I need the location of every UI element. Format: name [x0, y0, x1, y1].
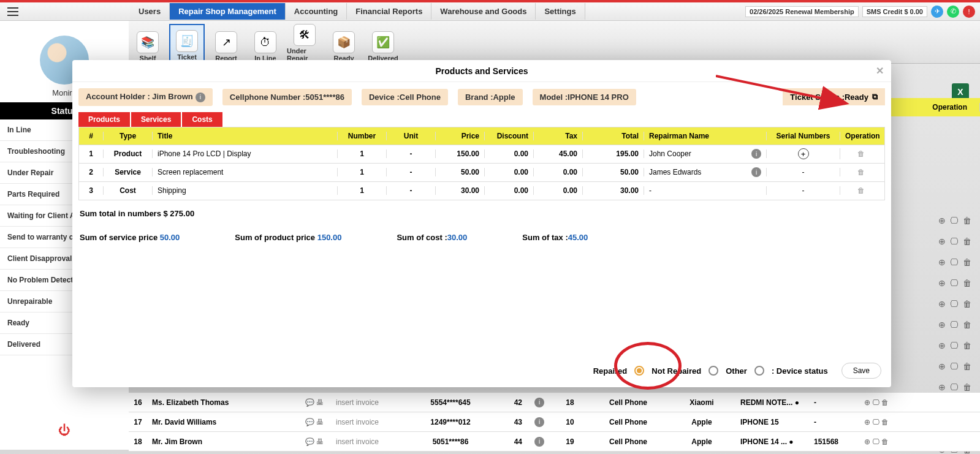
monitor-icon[interactable]: 🖵 — [950, 278, 959, 288]
add-icon[interactable]: ⊕ — [938, 257, 946, 267]
ribbon-under-repair[interactable]: 🛠Under Repair — [287, 24, 322, 63]
add-icon[interactable]: ⊕ — [864, 398, 870, 407]
delete-icon[interactable]: 🗑 — [857, 149, 865, 158]
monitor-icon[interactable]: 🖵 — [950, 382, 959, 392]
row-operations[interactable]: ⊕🖵🗑 — [938, 236, 971, 246]
tab-users[interactable]: Users — [130, 3, 170, 20]
delete-icon[interactable]: 🗑 — [963, 361, 971, 371]
monitor-icon[interactable]: 🖵 — [872, 437, 879, 446]
modal-tab-costs[interactable]: Costs — [182, 112, 222, 127]
ribbon-in-line[interactable]: ⏱In Line — [248, 24, 283, 63]
whatsapp-icon[interactable]: ✆ — [947, 6, 959, 18]
info-icon[interactable]: i — [534, 437, 544, 447]
delete-icon[interactable]: 🗑 — [881, 398, 889, 407]
row-operations[interactable]: ⊕🖵🗑 — [938, 382, 971, 392]
delete-icon[interactable]: 🗑 — [963, 278, 971, 288]
table-row[interactable]: 17Mr. David Williams💬 🖶insert invoice124… — [129, 412, 980, 432]
table-row[interactable]: 16Ms. Elizabeth Thomas💬 🖶insert invoice5… — [129, 393, 980, 412]
tab-repair-shop-management[interactable]: Repair Shop Management — [170, 3, 286, 20]
ribbon-report[interactable]: ↗Report — [208, 24, 244, 63]
operation-col-header: Operation — [920, 103, 980, 112]
modal-tab-services[interactable]: Services — [131, 112, 181, 127]
add-icon[interactable]: ⊕ — [938, 320, 946, 330]
sum-tax: Sum of tax :45.00 — [522, 233, 588, 242]
tab-financial-reports[interactable]: Financial Reports — [347, 3, 431, 20]
add-icon[interactable]: ⊕ — [938, 216, 946, 225]
print-icon[interactable]: 🖶 — [316, 437, 324, 446]
delete-icon[interactable]: 🗑 — [963, 257, 971, 267]
monitor-icon[interactable]: 🖵 — [950, 216, 959, 225]
delete-icon[interactable]: 🗑 — [963, 341, 971, 350]
delete-icon[interactable]: 🗑 — [963, 216, 971, 225]
delete-icon[interactable]: 🗑 — [857, 168, 865, 176]
chat-icon[interactable]: 💬 — [305, 437, 314, 446]
info-icon[interactable]: i — [196, 93, 205, 102]
add-icon[interactable]: ⊕ — [938, 361, 946, 371]
delete-icon[interactable]: 🗑 — [857, 186, 865, 195]
alert-icon[interactable]: ! — [963, 6, 975, 18]
ticket-status-chip[interactable]: Ticket Status :Ready⧉ — [783, 88, 885, 105]
ribbon-ticket[interactable]: 🧾Ticket — [169, 24, 205, 63]
ribbon-ready[interactable]: 📦Ready — [326, 24, 362, 63]
monitor-icon[interactable]: 🖵 — [872, 418, 879, 426]
other-label: Other — [726, 366, 747, 376]
delete-icon[interactable]: 🗑 — [963, 320, 971, 330]
info-icon[interactable]: i — [751, 167, 761, 177]
delete-icon[interactable]: 🗑 — [881, 418, 889, 426]
delete-icon[interactable]: 🗑 — [963, 236, 971, 246]
info-icon[interactable]: i — [534, 398, 544, 407]
ribbon-shelf[interactable]: 📚Shelf — [130, 24, 165, 63]
chat-icon[interactable]: 💬 — [305, 418, 314, 426]
add-icon[interactable]: ⊕ — [938, 341, 946, 350]
add-icon[interactable]: ⊕ — [938, 382, 946, 392]
monitor-icon[interactable]: 🖵 — [950, 236, 959, 246]
repaired-radio[interactable] — [634, 366, 644, 376]
info-icon[interactable]: i — [534, 417, 544, 427]
modal-tab-products[interactable]: Products — [78, 112, 130, 127]
row-operations[interactable]: ⊕🖵🗑 — [938, 299, 971, 309]
other-radio[interactable] — [754, 366, 764, 376]
table-row[interactable]: 18Mr. Jim Brown💬 🖶insert invoice5051****… — [129, 432, 980, 452]
row-operations[interactable]: ⊕🖵🗑 — [938, 361, 971, 371]
monitor-icon[interactable]: 🖵 — [950, 299, 959, 309]
device-chip: Device :Cell Phone — [362, 89, 448, 105]
not-repaired-label: Not Repaired — [651, 366, 701, 376]
add-icon[interactable]: ⊕ — [864, 418, 870, 426]
tab-settings[interactable]: Settings — [536, 3, 585, 20]
delete-icon[interactable]: 🗑 — [881, 437, 889, 446]
col-number: Number — [338, 132, 387, 140]
tab-warehouse-and-goods[interactable]: Warehouse and Goods — [431, 3, 536, 20]
menu-button[interactable] — [0, 2, 26, 21]
save-button[interactable]: Save — [841, 363, 881, 379]
sum-total: Sum total in numbers $ 275.00 — [80, 209, 884, 218]
monitor-icon[interactable]: 🖵 — [950, 320, 959, 330]
add-serial-icon[interactable]: + — [798, 148, 809, 159]
add-icon[interactable]: ⊕ — [938, 236, 946, 246]
account-holder-chip: Account Holder : Jim Browni — [78, 88, 213, 106]
add-icon[interactable]: ⊕ — [864, 437, 870, 446]
print-icon[interactable]: 🖶 — [316, 418, 324, 426]
not-repaired-radio[interactable] — [708, 366, 718, 376]
add-icon[interactable]: ⊕ — [938, 278, 946, 288]
delete-icon[interactable]: 🗑 — [963, 299, 971, 309]
close-icon[interactable]: ✕ — [876, 65, 884, 77]
print-icon[interactable]: 🖶 — [316, 398, 324, 407]
row-operations[interactable]: ⊕🖵🗑 — [938, 320, 971, 330]
delete-icon[interactable]: 🗑 — [963, 382, 971, 392]
ribbon-delivered[interactable]: ✅Delivered — [365, 24, 401, 63]
telegram-icon[interactable]: ✈ — [931, 6, 943, 18]
monitor-icon[interactable]: 🖵 — [950, 341, 959, 350]
row-operations[interactable]: ⊕🖵🗑 — [938, 278, 971, 288]
row-operations[interactable]: ⊕🖵🗑 — [938, 341, 971, 350]
monitor-icon[interactable]: 🖵 — [950, 257, 959, 267]
monitor-icon[interactable]: 🖵 — [950, 361, 959, 371]
add-icon[interactable]: ⊕ — [938, 299, 946, 309]
row-operations[interactable]: ⊕🖵🗑 — [938, 257, 971, 267]
under repair-icon: 🛠 — [294, 24, 316, 46]
power-icon[interactable]: ⏻ — [58, 423, 70, 437]
tab-accounting[interactable]: Accounting — [286, 3, 348, 20]
chat-icon[interactable]: 💬 — [305, 398, 314, 407]
row-operations[interactable]: ⊕🖵🗑 — [938, 216, 971, 225]
monitor-icon[interactable]: 🖵 — [872, 398, 879, 407]
info-icon[interactable]: i — [751, 149, 761, 159]
